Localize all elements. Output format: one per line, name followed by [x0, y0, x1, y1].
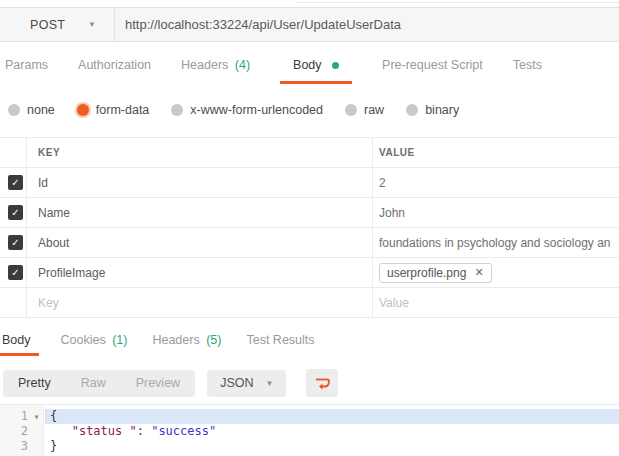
body-mode-group: none form-data x-www-form-urlencoded raw…	[0, 103, 481, 117]
line-number: 3	[0, 439, 28, 454]
radio-selected-icon	[77, 104, 89, 116]
view-mode-raw[interactable]: Raw	[66, 370, 121, 397]
chevron-down-icon: ▼	[88, 20, 96, 29]
body-mode-none-label: none	[27, 103, 55, 117]
radio-icon	[406, 104, 418, 116]
response-view-toolbar: Pretty Raw Preview JSON ▼	[3, 369, 338, 397]
url-text: http://localhost:33224/api/User/UpdateUs…	[125, 17, 401, 32]
code-token	[50, 424, 72, 438]
http-method-label: POST	[30, 18, 88, 32]
row-checkbox[interactable]: ✓	[8, 235, 23, 250]
form-data-table: KEY VALUE ✓ Id 2 ✓ Name John ✓ About fou…	[0, 137, 619, 318]
headers-count-badge: (4)	[235, 58, 250, 72]
body-mode-binary[interactable]: binary	[406, 103, 459, 117]
table-row: ✓ About foundations in psychology and so…	[0, 228, 619, 258]
radio-icon	[171, 104, 183, 116]
value-column-header: VALUE	[373, 138, 619, 167]
response-tab-cookies[interactable]: Cookies (1)	[58, 333, 131, 356]
tab-params[interactable]: Params	[5, 58, 48, 84]
response-tab-test-results[interactable]: Test Results	[243, 333, 317, 356]
tab-authorization[interactable]: Authorization	[78, 58, 151, 84]
file-chip-label: userprofile.png	[387, 266, 466, 280]
key-column-header: KEY	[27, 138, 373, 167]
code-line: 2 "status ": "success"	[0, 424, 619, 439]
line-number: 2	[0, 424, 28, 439]
response-tab-test-results-label: Test Results	[246, 333, 314, 347]
radio-icon	[345, 104, 357, 116]
view-mode-pretty[interactable]: Pretty	[3, 370, 66, 397]
key-input[interactable]: Id	[27, 168, 373, 197]
top-edge-line	[297, 2, 619, 3]
file-chip[interactable]: userprofile.png ✕	[379, 263, 492, 283]
body-mode-form-data[interactable]: form-data	[77, 103, 150, 117]
key-input[interactable]: Name	[27, 198, 373, 227]
json-key-token: "status "	[72, 424, 137, 438]
wrap-text-icon	[314, 376, 331, 391]
view-mode-preview[interactable]: Preview	[121, 370, 195, 397]
table-row: ✓ Id 2	[0, 168, 619, 198]
cookies-count-badge: (1)	[112, 333, 127, 347]
body-mode-binary-label: binary	[425, 103, 459, 117]
request-url-bar: POST ▼ http://localhost:33224/api/User/U…	[0, 7, 619, 42]
check-icon: ✓	[11, 207, 19, 218]
view-mode-segmented-control: Pretty Raw Preview	[3, 370, 195, 397]
body-mode-form-data-label: form-data	[96, 103, 150, 117]
json-string-token: "success"	[151, 424, 216, 438]
body-mode-none[interactable]: none	[8, 103, 55, 117]
code-line: 3 }	[0, 439, 619, 454]
table-placeholder-row: Key Value	[0, 288, 619, 318]
wrap-text-button[interactable]	[306, 369, 338, 397]
http-method-dropdown[interactable]: POST ▼	[0, 8, 115, 41]
table-row: ✓ ProfileImage userprofile.png ✕	[0, 258, 619, 288]
response-tab-headers-label: Headers	[152, 333, 199, 347]
radio-icon	[8, 104, 20, 116]
tab-headers-label: Headers	[181, 58, 228, 72]
postman-app: POST ▼ http://localhost:33224/api/User/U…	[0, 0, 619, 456]
value-input[interactable]: foundations in psychology and sociology …	[373, 228, 619, 257]
check-icon: ✓	[11, 237, 19, 248]
check-icon: ✓	[11, 177, 19, 188]
value-input-placeholder[interactable]: Value	[373, 288, 619, 317]
code-line: 1 ▾ {	[0, 409, 619, 424]
tab-pre-request-script-label: Pre-request Script	[382, 58, 483, 72]
row-checkbox[interactable]: ✓	[8, 205, 23, 220]
table-row: ✓ Name John	[0, 198, 619, 228]
body-mode-urlencoded[interactable]: x-www-form-urlencoded	[171, 103, 323, 117]
response-tab-body[interactable]: Body	[0, 333, 39, 356]
body-mode-raw-label: raw	[364, 103, 384, 117]
response-body-viewer: 1 ▾ { 2 "status ": "success" 3 }	[0, 404, 619, 456]
line-number: 1	[0, 409, 28, 424]
language-dropdown[interactable]: JSON ▼	[207, 370, 286, 397]
close-icon[interactable]: ✕	[474, 266, 483, 279]
tab-body[interactable]: Body	[280, 58, 352, 84]
tab-body-label: Body	[293, 58, 322, 72]
tab-authorization-label: Authorization	[78, 58, 151, 72]
key-input-placeholder[interactable]: Key	[27, 288, 373, 317]
table-header-row: KEY VALUE	[0, 138, 619, 168]
check-icon: ✓	[11, 267, 19, 278]
response-tab-cookies-label: Cookies	[61, 333, 106, 347]
response-tab-body-label: Body	[2, 333, 31, 347]
language-label: JSON	[220, 376, 253, 390]
row-checkbox[interactable]: ✓	[8, 175, 23, 190]
tab-pre-request-script[interactable]: Pre-request Script	[382, 58, 483, 84]
tab-tests[interactable]: Tests	[513, 58, 542, 84]
key-input[interactable]: ProfileImage	[27, 258, 373, 287]
green-dot-icon	[332, 62, 339, 69]
body-mode-raw[interactable]: raw	[345, 103, 384, 117]
code-token: :	[137, 424, 151, 438]
code-token: {	[50, 409, 57, 423]
fold-caret-icon[interactable]: ▾	[28, 409, 45, 424]
value-input[interactable]: John	[373, 198, 619, 227]
tab-headers[interactable]: Headers (4)	[181, 58, 250, 84]
response-headers-count-badge: (5)	[206, 333, 221, 347]
tab-tests-label: Tests	[513, 58, 542, 72]
request-tabs: Params Authorization Headers (4) Body Pr…	[0, 58, 572, 84]
value-input[interactable]: 2	[373, 168, 619, 197]
key-input[interactable]: About	[27, 228, 373, 257]
url-input[interactable]: http://localhost:33224/api/User/UpdateUs…	[115, 8, 619, 41]
chevron-down-icon: ▼	[265, 379, 273, 388]
header-checkbox-cell	[0, 138, 27, 167]
row-checkbox[interactable]: ✓	[8, 265, 23, 280]
response-tab-headers[interactable]: Headers (5)	[149, 333, 224, 356]
